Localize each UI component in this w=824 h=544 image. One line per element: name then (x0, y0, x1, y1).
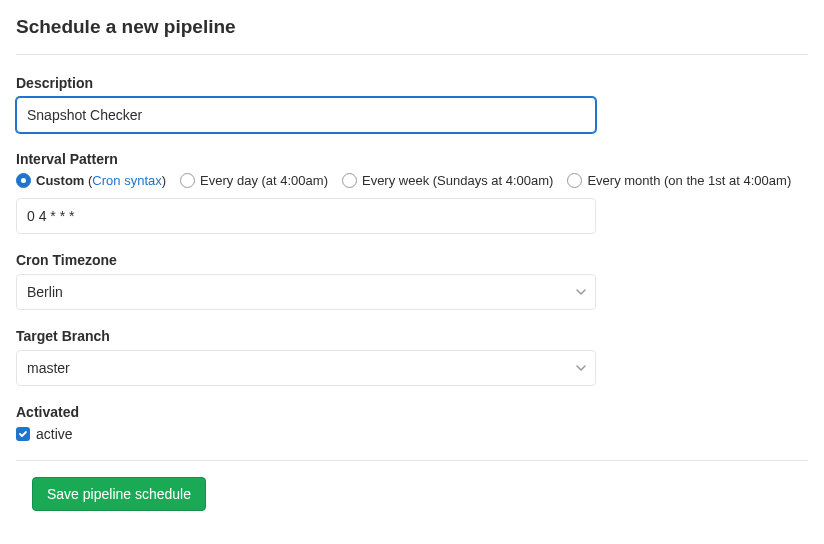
interval-option-custom[interactable]: Custom (Cron syntax) (16, 173, 166, 188)
interval-day-label: Every day (at 4:00am) (200, 173, 328, 188)
cron-input[interactable] (16, 198, 596, 234)
description-input[interactable] (16, 97, 596, 133)
active-checkbox[interactable] (16, 427, 30, 441)
branch-group: Target Branch master (16, 328, 808, 386)
interval-option-week[interactable]: Every week (Sundays at 4:00am) (342, 173, 553, 188)
footer: Save pipeline schedule (16, 460, 808, 511)
interval-week-label: Every week (Sundays at 4:00am) (362, 173, 553, 188)
interval-option-day[interactable]: Every day (at 4:00am) (180, 173, 328, 188)
radio-icon (342, 173, 357, 188)
check-icon (18, 429, 28, 439)
activated-group: Activated active (16, 404, 808, 442)
description-label: Description (16, 75, 808, 91)
divider (16, 54, 808, 55)
cron-syntax-link[interactable]: Cron syntax (92, 173, 161, 188)
branch-value: master (27, 360, 70, 376)
branch-label: Target Branch (16, 328, 808, 344)
active-checkbox-label: active (36, 426, 73, 442)
interval-label: Interval Pattern (16, 151, 808, 167)
interval-month-label: Every month (on the 1st at 4:00am) (587, 173, 791, 188)
interval-radio-row: Custom (Cron syntax) Every day (at 4:00a… (16, 173, 808, 188)
description-group: Description (16, 75, 808, 133)
interval-option-month[interactable]: Every month (on the 1st at 4:00am) (567, 173, 791, 188)
page-title: Schedule a new pipeline (16, 16, 808, 38)
interval-group: Interval Pattern Custom (Cron syntax) Ev… (16, 151, 808, 234)
radio-icon (180, 173, 195, 188)
timezone-select[interactable]: Berlin (16, 274, 596, 310)
activated-label: Activated (16, 404, 808, 420)
timezone-value: Berlin (27, 284, 63, 300)
timezone-group: Cron Timezone Berlin (16, 252, 808, 310)
interval-custom-label: Custom (36, 173, 84, 188)
radio-icon (567, 173, 582, 188)
timezone-label: Cron Timezone (16, 252, 808, 268)
branch-select[interactable]: master (16, 350, 596, 386)
save-button[interactable]: Save pipeline schedule (32, 477, 206, 511)
radio-icon (16, 173, 31, 188)
